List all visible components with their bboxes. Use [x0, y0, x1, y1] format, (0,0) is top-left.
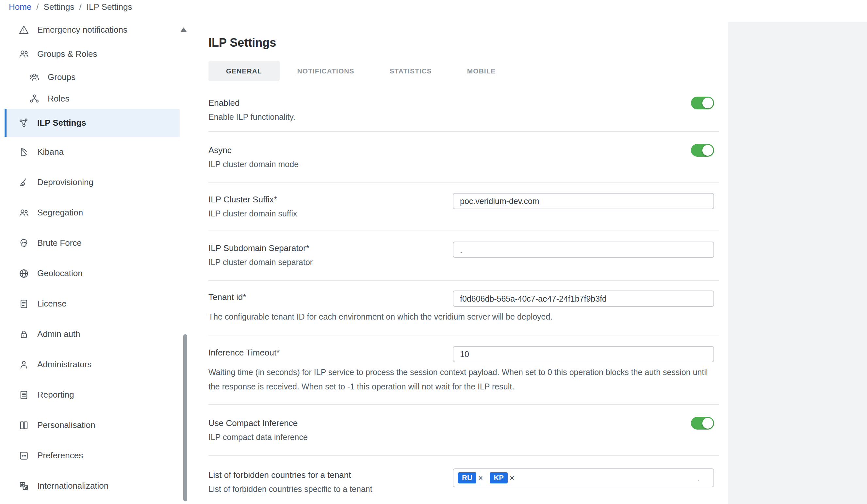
- sidebar-item-administrators[interactable]: Administrators: [4, 349, 180, 380]
- sidebar-item-label: Admin auth: [37, 329, 81, 339]
- subdomain-separator-description: ILP cluster domain separator: [208, 255, 440, 269]
- sidebar-item-groups-and-roles[interactable]: Groups & Roles: [4, 42, 180, 66]
- tab-mobile[interactable]: MOBILE: [450, 61, 514, 81]
- sidebar-item-roles[interactable]: Roles: [4, 88, 180, 109]
- sidebar-item-label: Brute Force: [37, 238, 82, 248]
- setting-row-inference-timeout: Inference Timeout* Waiting time (in seco…: [208, 336, 719, 405]
- sidebar-item-label: Deprovisioning: [37, 177, 94, 187]
- sidebar-nav: Emergency notifications Groups & Roles G…: [4, 22, 188, 501]
- sidebar-item-label: Reporting: [37, 390, 74, 400]
- sidebar-item-label: Groups: [48, 72, 75, 82]
- forbidden-countries-label: List of forbidden countries for a tenant: [208, 469, 440, 482]
- tab-statistics[interactable]: STATISTICS: [372, 61, 449, 81]
- breadcrumb-separator: /: [36, 2, 39, 12]
- setting-row-ilp-subdomain-separator: ILP Subdomain Separator* ILP cluster dom…: [208, 230, 719, 281]
- sidebar-item-label: Groups & Roles: [37, 49, 97, 59]
- cluster-suffix-label: ILP Cluster Suffix*: [208, 193, 440, 206]
- ilp-cluster-suffix-input[interactable]: [453, 193, 714, 209]
- tenant-id-label: Tenant id*: [208, 291, 440, 304]
- kibana-icon: [18, 146, 29, 158]
- right-background-panel: [728, 22, 867, 504]
- setting-row-tenant-id: Tenant id* The configurable tenant ID fo…: [208, 281, 719, 336]
- tab-notifications[interactable]: NOTIFICATIONS: [280, 61, 372, 81]
- roles-icon: [29, 93, 40, 104]
- sidebar-item-reporting[interactable]: Reporting: [4, 380, 180, 410]
- sidebar-scrollbar[interactable]: [183, 334, 187, 501]
- sidebar-item-ilp-settings[interactable]: ILP Settings: [4, 109, 180, 137]
- sidebar-item-admin-auth[interactable]: Admin auth: [4, 319, 180, 349]
- admin-auth-icon: [18, 329, 29, 340]
- sidebar-item-emergency-notifications[interactable]: Emergency notifications: [4, 22, 180, 42]
- breadcrumb: Home / Settings / ILP Settings: [9, 0, 132, 14]
- breadcrumb-settings-link[interactable]: Settings: [44, 2, 74, 12]
- page-title: ILP Settings: [208, 35, 719, 50]
- ilp-settings-icon: [18, 118, 29, 129]
- geolocation-icon: [18, 268, 29, 279]
- sidebar-item-personalisation[interactable]: Personalisation: [4, 410, 180, 440]
- async-label: Async: [208, 144, 440, 157]
- sidebar-item-label: Kibana: [37, 147, 64, 157]
- sidebar-item-deprovisioning[interactable]: Deprovisioning: [4, 167, 180, 197]
- segregation-icon: [18, 207, 29, 218]
- setting-row-enabled: Enabled Enable ILP functionality.: [208, 88, 719, 132]
- license-icon: [18, 298, 29, 309]
- inference-timeout-description: Waiting time (in seconds) for ILP servic…: [208, 365, 719, 394]
- sidebar-item-groups[interactable]: Groups: [4, 66, 180, 88]
- sidebar-item-internationalization[interactable]: Internationalization: [4, 471, 180, 501]
- preferences-icon: [18, 450, 29, 461]
- compact-inference-toggle[interactable]: [691, 417, 714, 430]
- groups-icon: [29, 72, 40, 83]
- country-chip-ru: RU: [458, 472, 476, 483]
- enabled-description: Enable ILP functionality.: [208, 110, 440, 124]
- sidebar-item-geolocation[interactable]: Geolocation: [4, 258, 180, 288]
- ilp-subdomain-separator-input[interactable]: [453, 242, 714, 258]
- sidebar-item-segregation[interactable]: Segregation: [4, 197, 180, 228]
- brute-force-icon: [18, 238, 29, 249]
- breadcrumb-separator: /: [79, 2, 82, 12]
- country-chip-kp: KP: [490, 472, 508, 483]
- inference-timeout-input[interactable]: [453, 346, 714, 362]
- administrators-icon: [18, 359, 29, 370]
- setting-row-async: Async ILP cluster domain mode: [208, 132, 719, 183]
- warning-icon: [18, 24, 29, 35]
- setting-row-forbidden-countries: List of forbidden countries for a tenant…: [208, 456, 719, 504]
- sidebar-item-label: Internationalization: [37, 481, 108, 491]
- async-description: ILP cluster domain mode: [208, 157, 440, 171]
- internationalization-icon: [18, 481, 29, 492]
- reporting-icon: [18, 390, 29, 401]
- tag-input-hint: .: [697, 473, 709, 483]
- remove-country-ru-button[interactable]: ×: [476, 474, 486, 482]
- sidebar-item-label: ILP Settings: [37, 118, 86, 128]
- tab-general[interactable]: GENERAL: [208, 61, 280, 81]
- enabled-label: Enabled: [208, 96, 440, 110]
- setting-row-use-compact-inference: Use Compact Inference ILP compact data i…: [208, 405, 719, 456]
- compact-inference-label: Use Compact Inference: [208, 417, 440, 430]
- settings-sidebar: Emergency notifications Groups & Roles G…: [4, 22, 188, 504]
- enabled-toggle[interactable]: [691, 97, 714, 109]
- groups-roles-icon: [18, 48, 29, 59]
- setting-row-ilp-cluster-suffix: ILP Cluster Suffix* ILP cluster domain s…: [208, 183, 719, 230]
- breadcrumb-current-page: ILP Settings: [87, 2, 132, 12]
- cluster-suffix-description: ILP cluster domain suffix: [208, 206, 440, 221]
- sidebar-item-label: Geolocation: [37, 268, 83, 278]
- sidebar-item-label: Segregation: [37, 208, 83, 218]
- subdomain-separator-label: ILP Subdomain Separator*: [208, 242, 440, 255]
- inference-timeout-label: Inference Timeout*: [208, 346, 440, 359]
- sidebar-scroll-up-arrow[interactable]: [181, 28, 186, 32]
- deprovisioning-icon: [18, 177, 29, 188]
- sidebar-item-label: Administrators: [37, 359, 92, 370]
- sidebar-item-preferences[interactable]: Preferences: [4, 440, 180, 471]
- breadcrumb-home-link[interactable]: Home: [9, 2, 31, 12]
- sidebar-item-kibana[interactable]: Kibana: [4, 137, 180, 167]
- personalisation-icon: [18, 420, 29, 431]
- sidebar-item-label: License: [37, 299, 67, 309]
- remove-country-kp-button[interactable]: ×: [508, 474, 517, 482]
- async-toggle[interactable]: [691, 144, 714, 157]
- sidebar-item-license[interactable]: License: [4, 288, 180, 319]
- settings-list: Enabled Enable ILP functionality. Async …: [208, 88, 719, 504]
- tenant-id-input[interactable]: [453, 291, 714, 307]
- forbidden-countries-input[interactable]: RU × KP × .: [453, 469, 714, 487]
- sidebar-item-brute-force[interactable]: Brute Force: [4, 228, 180, 258]
- sidebar-item-label: Personalisation: [37, 420, 95, 430]
- sidebar-item-label: Emergency notifications: [37, 25, 127, 35]
